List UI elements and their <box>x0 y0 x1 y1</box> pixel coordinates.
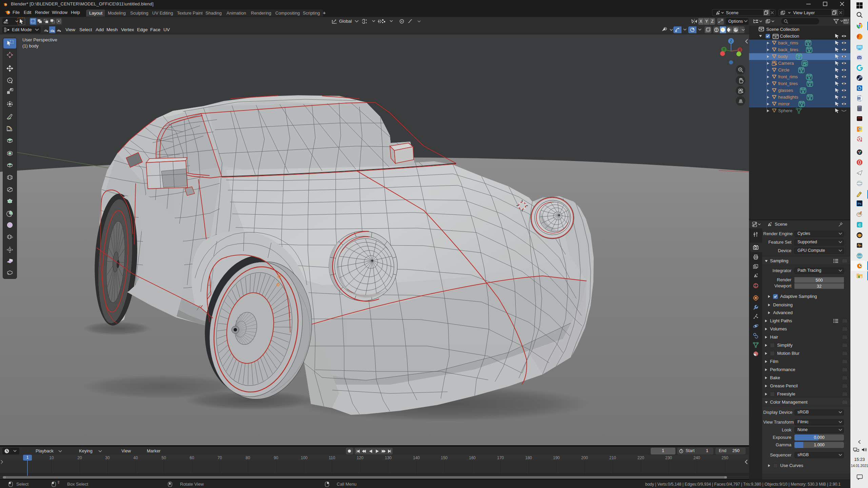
svg-text:Y: Y <box>723 48 725 52</box>
svg-text:C: C <box>859 223 861 227</box>
svg-text:Ps: Ps <box>857 202 861 205</box>
svg-text:KBS: KBS <box>857 255 862 257</box>
svg-text:Z: Z <box>730 39 732 43</box>
svg-text:S: S <box>859 138 861 141</box>
svg-text:X: X <box>739 48 741 52</box>
